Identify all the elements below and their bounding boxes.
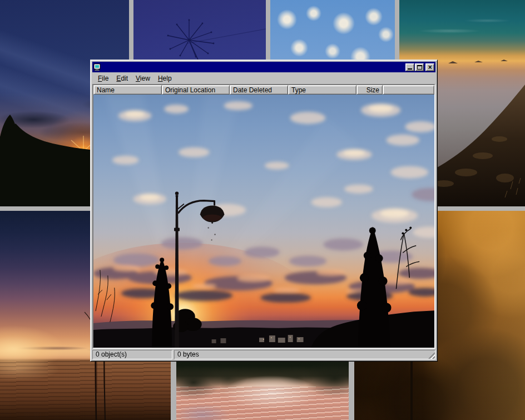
menu-view[interactable]: View <box>132 73 154 83</box>
menu-edit[interactable]: Edit <box>112 73 132 83</box>
minimize-button[interactable] <box>405 63 414 71</box>
column-header-size[interactable]: Size <box>356 85 383 95</box>
status-objects: 0 object(s) <box>92 350 172 359</box>
maximize-button[interactable] <box>415 63 424 71</box>
column-header-name[interactable]: Name <box>93 85 162 95</box>
menu-file[interactable]: File <box>94 73 112 83</box>
app-icon <box>93 63 101 71</box>
menu-help[interactable]: Help <box>154 73 176 83</box>
menu-bar: File Edit View Help <box>92 73 435 84</box>
minimize-icon <box>408 68 412 70</box>
column-header-date-deleted[interactable]: Date Deleted <box>230 85 288 95</box>
title-bar[interactable]: × <box>92 62 435 72</box>
list-view: Name Original Location Date Deleted Type… <box>92 84 435 349</box>
column-header-type[interactable]: Type <box>288 85 356 95</box>
maximize-icon <box>417 65 422 70</box>
water-ripples <box>176 387 349 420</box>
status-bar: 0 object(s) 0 bytes <box>92 350 435 359</box>
column-header-filler <box>383 85 434 95</box>
desktop: × File Edit View Help Name Original Loca… <box>0 0 525 420</box>
column-header-row: Name Original Location Date Deleted Type… <box>93 85 434 95</box>
close-icon: × <box>428 64 432 71</box>
column-header-original-location[interactable]: Original Location <box>162 85 230 95</box>
list-viewport-wallpaper-showthrough[interactable] <box>93 95 434 348</box>
status-bytes: 0 bytes <box>174 350 435 359</box>
window-controls: × <box>405 63 434 71</box>
close-button[interactable]: × <box>425 63 434 71</box>
recycle-bin-window: × File Edit View Help Name Original Loca… <box>90 60 438 362</box>
